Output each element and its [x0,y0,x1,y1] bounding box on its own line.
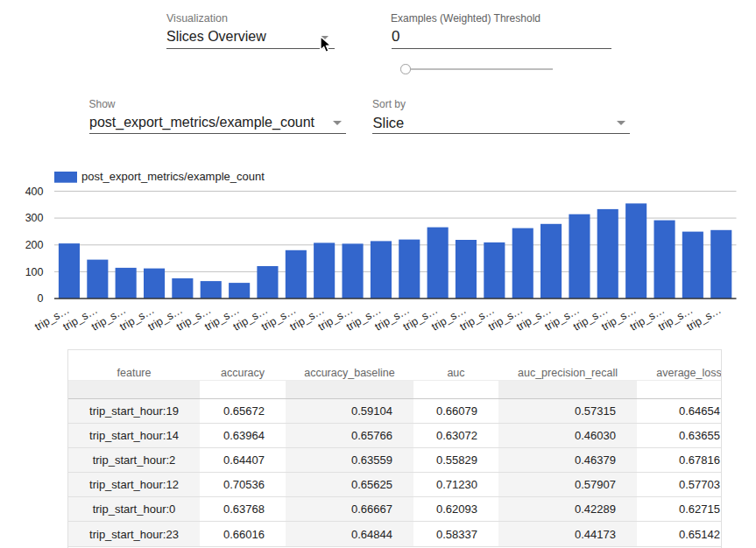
svg-text:100: 100 [25,266,44,278]
svg-text:post_export_metrics/example_co: post_export_metrics/example_count [81,170,265,183]
svg-text:300: 300 [25,212,44,224]
svg-text:200: 200 [25,239,44,251]
svg-text:0: 0 [38,292,44,305]
svg-text:400: 400 [25,186,44,198]
